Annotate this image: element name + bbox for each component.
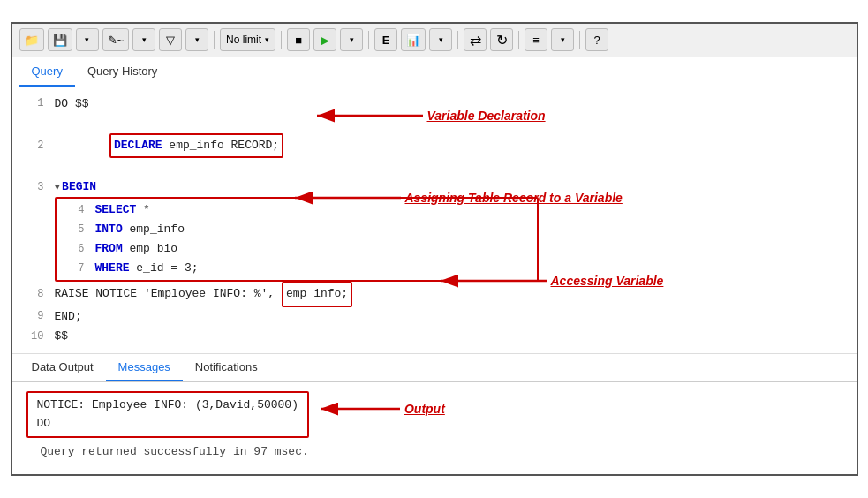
list-button[interactable]: ≡ bbox=[525, 28, 547, 51]
open-file-button[interactable]: 📁 bbox=[19, 28, 44, 51]
tab-notifications[interactable]: Notifications bbox=[183, 354, 270, 381]
annotation-variable-declaration-text: Variable Declaration bbox=[427, 109, 546, 123]
code-line-6: 6 FROM emp_bio bbox=[60, 239, 533, 259]
macro1-button[interactable]: ⇄ bbox=[464, 28, 487, 51]
stop-button[interactable]: ■ bbox=[287, 28, 310, 51]
code-line-9: 9 END; bbox=[12, 307, 857, 327]
filter-dropdown-button[interactable]: ▾ bbox=[185, 28, 208, 51]
arrow-var-decl bbox=[313, 107, 427, 124]
main-window: 📁 💾 ▾ ✎~ ▾ ▽ ▾ No limit ▾ ■ ▶ ▾ E 📊 ▾ ⇄ … bbox=[11, 22, 858, 477]
edit-dropdown-button[interactable]: ▾ bbox=[132, 28, 155, 51]
chart-button[interactable]: 📊 bbox=[401, 28, 426, 51]
chart-dropdown-button[interactable]: ▾ bbox=[429, 28, 452, 51]
code-line-5: 5 INTO emp_info bbox=[60, 220, 533, 239]
bottom-tabs: Data Output Messages Notifications bbox=[12, 353, 857, 382]
separator5 bbox=[518, 31, 519, 49]
declare-box: DECLARE emp_info RECORD; bbox=[109, 133, 283, 158]
toolbar: 📁 💾 ▾ ✎~ ▾ ▽ ▾ No limit ▾ ■ ▶ ▾ E 📊 ▾ ⇄ … bbox=[12, 24, 857, 57]
tab-query[interactable]: Query bbox=[19, 57, 75, 87]
annotation-accessing-text: Accessing Variable bbox=[551, 274, 664, 288]
output-box: NOTICE: Employee INFO: (3,David,50000) D… bbox=[26, 391, 309, 439]
arrow-accessing bbox=[436, 272, 551, 290]
arrow-assigning bbox=[291, 189, 405, 207]
annotation-assigning-table: Assigning Table Record to a Variable bbox=[291, 189, 623, 207]
separator2 bbox=[281, 31, 282, 49]
separator4 bbox=[457, 31, 458, 49]
save-dropdown-button[interactable]: ▾ bbox=[76, 28, 99, 51]
execute-button[interactable]: ▶ bbox=[313, 28, 336, 51]
tab-query-history[interactable]: Query History bbox=[75, 57, 170, 87]
code-line-10: 10 $$ bbox=[12, 327, 857, 346]
annotation-output-text: Output bbox=[404, 402, 445, 416]
save-button[interactable]: 💾 bbox=[48, 28, 72, 51]
explain-button[interactable]: E bbox=[374, 28, 397, 51]
separator3 bbox=[368, 31, 369, 49]
help-button[interactable]: ? bbox=[585, 28, 608, 51]
execute-dropdown-button[interactable]: ▾ bbox=[340, 28, 363, 51]
code-line-8: 8 RAISE NOTICE 'Employee INFO: %', emp_i… bbox=[12, 282, 857, 306]
no-limit-dropdown[interactable]: No limit ▾ bbox=[220, 28, 275, 51]
annotation-assigning-text: Assigning Table Record to a Variable bbox=[405, 191, 623, 205]
code-editor[interactable]: 1 DO $$ 2 DECLARE emp_info RECORD; 3 ▼ B… bbox=[12, 87, 857, 353]
annotation-output: Output bbox=[316, 400, 445, 418]
separator6 bbox=[579, 31, 580, 49]
select-box: 4 SELECT * 5 INTO emp_info 6 FROM emp_bi… bbox=[55, 197, 539, 282]
annotation-variable-declaration: Variable Declaration bbox=[313, 107, 546, 124]
success-message: Query returned successfully in 97 msec. bbox=[26, 438, 842, 465]
macro2-button[interactable]: ↻ bbox=[490, 28, 513, 51]
annotation-accessing-variable: Accessing Variable bbox=[436, 272, 664, 290]
tab-data-output[interactable]: Data Output bbox=[19, 354, 106, 381]
arrow-output bbox=[316, 400, 404, 418]
list-dropdown-button[interactable]: ▾ bbox=[551, 28, 574, 51]
separator1 bbox=[214, 31, 215, 49]
output-area: NOTICE: Employee INFO: (3,David,50000) D… bbox=[12, 382, 857, 475]
top-tabs: Query Query History bbox=[12, 57, 857, 87]
filter-button[interactable]: ▽ bbox=[159, 28, 182, 51]
edit-button[interactable]: ✎~ bbox=[102, 28, 130, 51]
emp-info-box: emp_info; bbox=[282, 282, 352, 306]
tab-messages[interactable]: Messages bbox=[106, 354, 183, 381]
